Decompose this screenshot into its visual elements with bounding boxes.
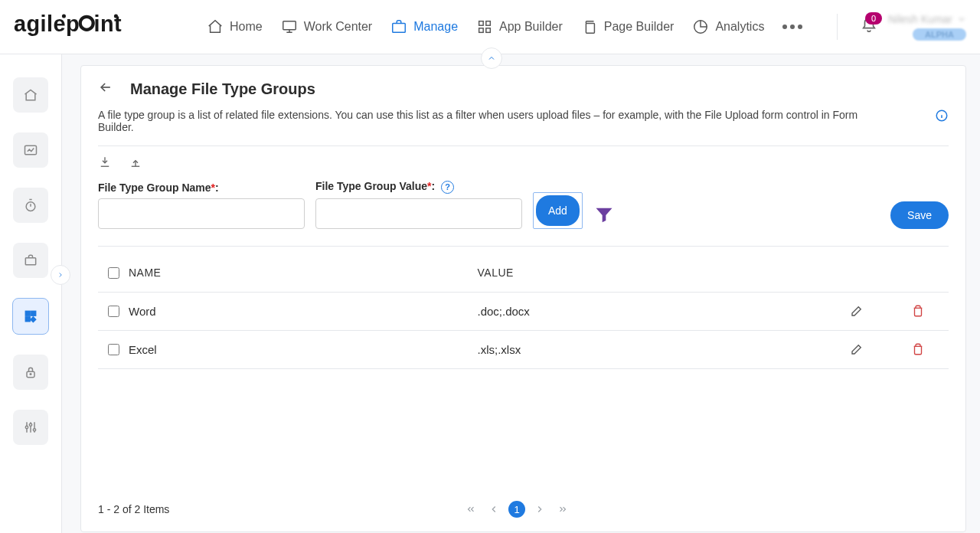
group-name-label: File Type Group Name*: [98,181,305,194]
add-button[interactable]: Add [536,195,580,226]
info-button[interactable] [935,109,949,126]
lock-icon [23,365,38,380]
rail-scheduler[interactable] [13,188,48,223]
chevron-left-icon [488,504,499,515]
nav-manage[interactable]: Manage [390,18,458,35]
rail-expand-button[interactable] [51,265,70,285]
add-group-form: File Type Group Name*: File Type Group V… [98,180,949,247]
import-export-toolbar [98,155,949,172]
nav-label: App Builder [499,20,563,34]
group-value-input[interactable] [315,198,522,229]
pager-page-1[interactable]: 1 [508,501,525,518]
rail-settings[interactable] [13,410,48,445]
rail-security[interactable] [13,355,48,390]
svg-text:agilep: agilep [14,11,80,36]
cell-name: Word [129,305,478,318]
user-menu[interactable]: Nilesh Kumar ALPHA [888,13,966,41]
delete-button[interactable] [887,304,949,318]
col-name: NAME [129,266,478,279]
col-value: VALUE [478,266,827,279]
nav-tabs: Home Work Center Manage App Builder Page… [207,18,814,35]
divider [837,14,838,40]
sliders-icon [23,420,38,435]
group-value-label: File Type Group Value*: ? [315,180,522,194]
nav-label: Analytics [715,20,764,34]
nav-more[interactable] [782,25,802,29]
svg-point-22 [29,423,31,426]
rail-home[interactable] [13,77,48,113]
edit-button[interactable] [826,342,887,356]
trash-icon [911,342,925,356]
select-all-checkbox[interactable] [108,267,119,279]
nav-analytics[interactable]: Analytics [692,18,764,35]
user-cluster: 0 Nilesh Kumar ALPHA [861,13,966,41]
nav-work-center[interactable]: Work Center [281,18,373,35]
chevron-right-icon [534,504,545,515]
notifications-button[interactable]: 0 [861,17,877,37]
svg-rect-5 [283,21,296,30]
chevrons-right-icon [557,504,568,515]
svg-rect-17 [31,311,36,316]
filter-icon [593,204,615,226]
table-footer: 1 - 2 of 2 Items 1 [98,478,949,518]
row-checkbox[interactable] [108,344,119,355]
edit-button[interactable] [826,304,887,318]
collapse-topbar-button[interactable] [481,47,502,69]
row-checkbox[interactable] [108,306,119,317]
logo-icon: agilep int [14,11,157,38]
table-row: Excel .xls;.xlsx [98,331,949,369]
chevrons-left-icon [466,504,476,515]
svg-point-20 [30,374,31,375]
pager-first[interactable] [462,501,479,518]
svg-rect-15 [25,258,35,265]
rail-jobs[interactable] [13,243,48,278]
back-button[interactable] [98,80,113,98]
nav-label: Manage [413,20,458,34]
chart-icon [23,142,38,158]
page-title: Manage File Type Groups [130,80,315,98]
home-icon [23,87,38,103]
pager-prev[interactable] [485,501,502,518]
delete-button[interactable] [887,342,949,356]
svg-rect-6 [393,23,406,32]
upload-icon [129,155,142,169]
svg-rect-9 [479,28,484,33]
grid-icon [476,18,493,35]
rail-reports[interactable] [13,132,48,168]
top-nav: agilep int Home Work Center Manage App B… [0,0,980,54]
chevron-down-icon [957,15,966,24]
upload-button[interactable] [129,155,142,172]
svg-rect-11 [586,23,594,33]
stopwatch-icon [23,198,38,213]
cell-value: .doc;.docx [478,305,827,318]
nav-page-builder[interactable]: Page Builder [581,18,675,35]
cell-value: .xls;.xlsx [478,343,827,356]
download-button[interactable] [98,155,112,172]
nav-label: Page Builder [604,20,675,34]
download-icon [98,155,112,169]
content-area: Manage File Type Groups A file type grou… [62,54,980,533]
add-button-wrap: Add [533,192,583,229]
briefcase-icon [23,253,38,268]
filter-button[interactable] [593,204,615,229]
file-type-table: NAME VALUE Word .doc;.docx Excel .xls;.x… [98,254,949,369]
table-header-row: NAME VALUE [98,254,949,293]
page-description: A file type group is a list of related f… [98,109,864,133]
chevron-up-icon [487,54,496,63]
notifications-count: 0 [865,12,882,25]
cell-name: Excel [129,343,478,356]
rail-apps[interactable] [12,298,49,335]
nav-home[interactable]: Home [207,18,263,35]
pager-info: 1 - 2 of 2 Items [98,503,169,515]
save-button[interactable]: Save [890,201,949,229]
group-name-input[interactable] [98,198,305,229]
svg-point-1 [80,16,93,29]
pie-icon [692,18,709,35]
svg-rect-16 [25,311,30,316]
pager-next[interactable] [531,501,548,518]
grid-icon [23,309,38,324]
pager-last[interactable] [554,501,571,518]
nav-app-builder[interactable]: App Builder [476,18,563,35]
value-help-button[interactable]: ? [441,181,454,194]
trash-icon [911,304,925,318]
